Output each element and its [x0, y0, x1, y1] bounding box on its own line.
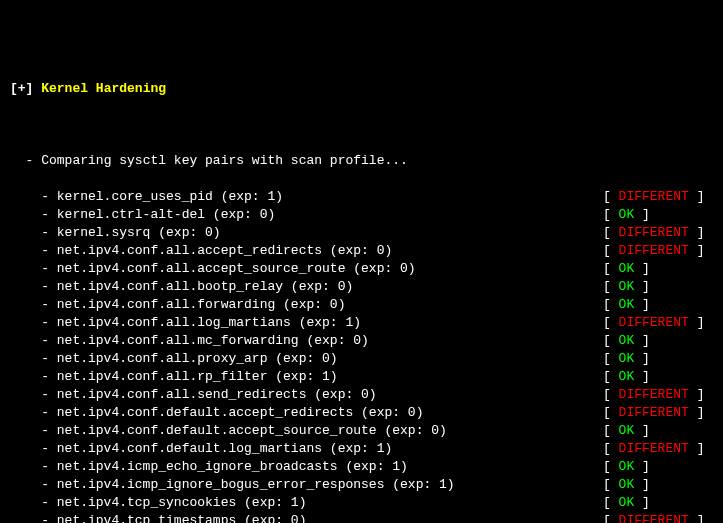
sysctl-status: [ DIFFERENT ]	[603, 188, 713, 206]
sysctl-status: [ OK ]	[603, 476, 713, 494]
sysctl-key: - net.ipv4.conf.default.log_martians (ex…	[10, 440, 392, 458]
sysctl-row: - kernel.core_uses_pid (exp: 1)[ DIFFERE…	[10, 188, 713, 206]
sysctl-row: - net.ipv4.conf.all.mc_forwarding (exp: …	[10, 332, 713, 350]
sysctl-row: - net.ipv4.icmp_ignore_bogus_error_respo…	[10, 476, 713, 494]
sysctl-key: - net.ipv4.conf.all.rp_filter (exp: 1)	[10, 368, 338, 386]
sysctl-key: - net.ipv4.conf.all.forwarding (exp: 0)	[10, 296, 345, 314]
sysctl-row: - kernel.ctrl-alt-del (exp: 0)[ OK ]	[10, 206, 713, 224]
sysctl-status: [ OK ]	[603, 206, 713, 224]
header-prefix: [+]	[10, 81, 33, 96]
sysctl-status: [ OK ]	[603, 350, 713, 368]
status-different: DIFFERENT	[619, 315, 689, 330]
sysctl-status: [ DIFFERENT ]	[603, 314, 713, 332]
status-ok: OK	[619, 351, 635, 366]
sysctl-key: - net.ipv4.conf.all.bootp_relay (exp: 0)	[10, 278, 353, 296]
sysctl-status: [ DIFFERENT ]	[603, 440, 713, 458]
status-ok: OK	[619, 369, 635, 384]
status-ok: OK	[619, 459, 635, 474]
sysctl-key: - net.ipv4.conf.all.send_redirects (exp:…	[10, 386, 377, 404]
status-different: DIFFERENT	[619, 441, 689, 456]
status-different: DIFFERENT	[619, 405, 689, 420]
status-different: DIFFERENT	[619, 243, 689, 258]
status-different: DIFFERENT	[619, 189, 689, 204]
task-line: - Comparing sysctl key pairs with scan p…	[10, 152, 713, 170]
status-ok: OK	[619, 477, 635, 492]
status-different: DIFFERENT	[619, 387, 689, 402]
sysctl-key: - net.ipv4.icmp_ignore_bogus_error_respo…	[10, 476, 455, 494]
sysctl-key: - net.ipv4.conf.default.accept_redirects…	[10, 404, 423, 422]
sysctl-row: - net.ipv4.tcp_timestamps (exp: 0)[ DIFF…	[10, 512, 713, 523]
status-different: DIFFERENT	[619, 225, 689, 240]
sysctl-status: [ DIFFERENT ]	[603, 512, 713, 523]
sysctl-row: - net.ipv4.conf.all.bootp_relay (exp: 0)…	[10, 278, 713, 296]
sysctl-row: - net.ipv4.conf.all.accept_redirects (ex…	[10, 242, 713, 260]
sysctl-status: [ OK ]	[603, 260, 713, 278]
status-ok: OK	[619, 333, 635, 348]
sysctl-key: - net.ipv4.tcp_syncookies (exp: 1)	[10, 494, 306, 512]
sysctl-status: [ OK ]	[603, 296, 713, 314]
sysctl-key: - net.ipv4.conf.all.mc_forwarding (exp: …	[10, 332, 369, 350]
sysctl-status: [ OK ]	[603, 494, 713, 512]
sysctl-row: - net.ipv4.conf.all.forwarding (exp: 0)[…	[10, 296, 713, 314]
sysctl-row: - net.ipv4.conf.default.accept_source_ro…	[10, 422, 713, 440]
status-ok: OK	[619, 279, 635, 294]
status-ok: OK	[619, 297, 635, 312]
sysctl-row: - net.ipv4.conf.all.proxy_arp (exp: 0)[ …	[10, 350, 713, 368]
sysctl-row: - net.ipv4.conf.all.log_martians (exp: 1…	[10, 314, 713, 332]
sysctl-status: [ OK ]	[603, 422, 713, 440]
sysctl-key: - net.ipv4.icmp_echo_ignore_broadcasts (…	[10, 458, 408, 476]
sysctl-status: [ OK ]	[603, 332, 713, 350]
header-title: Kernel Hardening	[41, 81, 166, 96]
sysctl-row: - net.ipv4.icmp_echo_ignore_broadcasts (…	[10, 458, 713, 476]
sysctl-key: - net.ipv4.tcp_timestamps (exp: 0)	[10, 512, 306, 523]
sysctl-status: [ OK ]	[603, 278, 713, 296]
sysctl-status: [ DIFFERENT ]	[603, 386, 713, 404]
sysctl-key: - kernel.ctrl-alt-del (exp: 0)	[10, 206, 275, 224]
status-ok: OK	[619, 261, 635, 276]
sysctl-row: - net.ipv4.conf.all.send_redirects (exp:…	[10, 386, 713, 404]
sysctl-list: - kernel.core_uses_pid (exp: 1)[ DIFFERE…	[10, 188, 713, 523]
sysctl-row: - kernel.sysrq (exp: 0)[ DIFFERENT ]	[10, 224, 713, 242]
status-ok: OK	[619, 423, 635, 438]
status-different: DIFFERENT	[619, 513, 689, 523]
sysctl-status: [ DIFFERENT ]	[603, 404, 713, 422]
task-text: Comparing sysctl key pairs with scan pro…	[41, 153, 408, 168]
sysctl-row: - net.ipv4.conf.default.accept_redirects…	[10, 404, 713, 422]
sysctl-row: - net.ipv4.tcp_syncookies (exp: 1)[ OK ]	[10, 494, 713, 512]
sysctl-key: - net.ipv4.conf.all.log_martians (exp: 1…	[10, 314, 361, 332]
sysctl-row: - net.ipv4.conf.default.log_martians (ex…	[10, 440, 713, 458]
sysctl-row: - net.ipv4.conf.all.rp_filter (exp: 1)[ …	[10, 368, 713, 386]
sysctl-status: [ DIFFERENT ]	[603, 242, 713, 260]
status-ok: OK	[619, 495, 635, 510]
blank-line	[10, 116, 713, 134]
section-header: [+] Kernel Hardening	[10, 80, 713, 98]
sysctl-status: [ OK ]	[603, 458, 713, 476]
sysctl-row: - net.ipv4.conf.all.accept_source_route …	[10, 260, 713, 278]
sysctl-key: - net.ipv4.conf.all.proxy_arp (exp: 0)	[10, 350, 338, 368]
sysctl-key: - net.ipv4.conf.default.accept_source_ro…	[10, 422, 447, 440]
sysctl-key: - net.ipv4.conf.all.accept_source_route …	[10, 260, 416, 278]
sysctl-key: - kernel.sysrq (exp: 0)	[10, 224, 221, 242]
sysctl-key: - net.ipv4.conf.all.accept_redirects (ex…	[10, 242, 392, 260]
sysctl-key: - kernel.core_uses_pid (exp: 1)	[10, 188, 283, 206]
status-ok: OK	[619, 207, 635, 222]
sysctl-status: [ OK ]	[603, 368, 713, 386]
sysctl-status: [ DIFFERENT ]	[603, 224, 713, 242]
